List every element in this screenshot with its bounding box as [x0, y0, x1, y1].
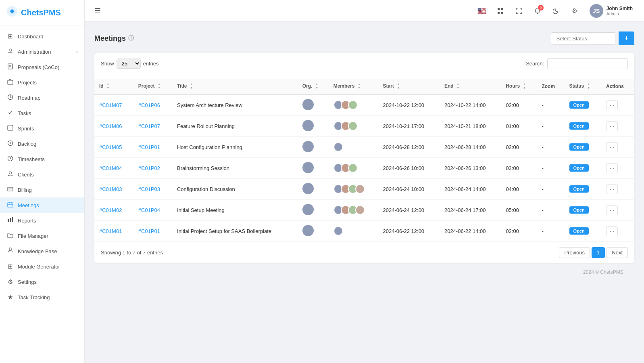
project-id-link[interactable]: #C01P01: [138, 228, 160, 234]
meeting-id-link[interactable]: #C01M06: [99, 123, 122, 129]
sidebar-item-roadmap[interactable]: Roadmap: [0, 90, 84, 105]
col-start[interactable]: Start ▲▼: [378, 79, 439, 94]
cell-zoom: -: [537, 178, 564, 199]
status-select-input[interactable]: [551, 32, 615, 45]
row-action-button[interactable]: ···: [606, 163, 618, 173]
sidebar-item-module-generator[interactable]: ⊞ Module Generator: [0, 259, 84, 274]
notification-bell-button[interactable]: 0: [531, 4, 544, 18]
notification-count-badge: 0: [538, 5, 544, 10]
col-id[interactable]: Id ▲▼: [94, 79, 133, 94]
svg-rect-23: [501, 8, 503, 10]
svg-point-1: [10, 10, 14, 13]
cell-id: #C01M02: [94, 199, 133, 220]
cell-actions: ···: [601, 178, 634, 199]
cell-actions: ···: [601, 220, 634, 241]
svg-point-11: [9, 172, 11, 174]
cell-project: #C01P07: [133, 115, 172, 136]
col-status[interactable]: Status ▲▼: [565, 79, 601, 94]
user-info: John Smith Admin: [606, 6, 633, 16]
sidebar-item-billing[interactable]: Billing: [0, 182, 84, 197]
fullscreen-icon[interactable]: [512, 4, 526, 18]
project-id-link[interactable]: #C01P01: [138, 144, 160, 150]
meeting-id-link[interactable]: #C01M05: [99, 144, 122, 150]
sidebar-item-label: Billing: [18, 187, 32, 193]
cell-zoom: -: [537, 220, 564, 241]
content-area: Meetings ⓘ + Show 25 10 50 100 entrie: [85, 22, 644, 363]
gear-settings-icon[interactable]: ⚙: [568, 4, 581, 18]
project-id-link[interactable]: #C01P04: [138, 207, 160, 213]
cell-members: [329, 136, 378, 157]
sidebar-item-reports[interactable]: Reports: [0, 213, 84, 228]
col-org[interactable]: Org. ▲▼: [298, 79, 329, 94]
previous-page-button[interactable]: Previous: [559, 247, 590, 258]
page-title: Meetings ⓘ: [94, 34, 134, 43]
project-id-link[interactable]: #C01P03: [138, 186, 160, 192]
user-avatar: JS: [590, 4, 603, 18]
cell-id: #C01M01: [94, 220, 133, 241]
project-id-link[interactable]: #C01P07: [138, 123, 160, 129]
add-meeting-button[interactable]: +: [619, 31, 634, 45]
sidebar-item-file-manager[interactable]: File Manager: [0, 228, 84, 243]
sidebar-item-task-tracking[interactable]: ★ Task Tracking: [0, 290, 84, 305]
sidebar-item-clients[interactable]: Clients: [0, 167, 84, 182]
row-action-button[interactable]: ···: [606, 121, 618, 131]
cell-org: [298, 178, 329, 199]
dark-mode-toggle[interactable]: [549, 4, 563, 18]
sidebar-item-proposals[interactable]: Proposals (CoCo): [0, 59, 84, 75]
sidebar-item-projects[interactable]: Projects: [0, 75, 84, 90]
col-project[interactable]: Project ▲▼: [133, 79, 172, 94]
meeting-id-link[interactable]: #C01M07: [99, 102, 122, 108]
next-page-button[interactable]: Next: [606, 247, 628, 258]
cell-end: 2024-06-28 14:00: [440, 136, 501, 157]
row-action-button[interactable]: ···: [606, 142, 618, 152]
project-id-link[interactable]: #C01P02: [138, 165, 160, 171]
meeting-id-link[interactable]: #C01M01: [99, 228, 122, 234]
svg-rect-14: [8, 203, 13, 207]
meetings-table-wrapper: Show 25 10 50 100 entries Search:: [94, 53, 634, 263]
sidebar-item-label: Meetings: [18, 202, 39, 208]
meeting-id-link[interactable]: #C01M04: [99, 165, 122, 171]
cell-id: #C01M06: [94, 115, 133, 136]
sidebar-item-knowledge-base[interactable]: Knowledge Base: [0, 243, 84, 259]
logo[interactable]: ChetsPMS: [0, 0, 84, 25]
user-profile-button[interactable]: JS John Smith Admin: [586, 2, 636, 19]
sidebar-item-sprints[interactable]: Sprints: [0, 121, 84, 136]
col-title[interactable]: Title ▲▼: [172, 79, 298, 94]
entries-per-page-select[interactable]: 25 10 50 100: [117, 59, 141, 69]
meeting-id-link[interactable]: #C01M02: [99, 207, 122, 213]
page-1-button[interactable]: 1: [592, 247, 605, 258]
cell-zoom: -: [537, 199, 564, 220]
hamburger-menu-button[interactable]: ☰: [93, 5, 102, 17]
cell-id: #C01M05: [94, 136, 133, 157]
sidebar-item-dashboard[interactable]: ⊞ Dashboard: [0, 29, 84, 44]
table-row: #C01M03 #C01P03 Configuration Discussion…: [94, 178, 634, 199]
info-icon[interactable]: ⓘ: [128, 35, 134, 42]
cell-end: 2024-06-22 14:00: [440, 220, 501, 241]
cell-status: Open: [565, 157, 601, 178]
col-members[interactable]: Members ▲▼: [329, 79, 378, 94]
user-name: John Smith: [606, 6, 633, 11]
row-action-button[interactable]: ···: [606, 205, 618, 215]
sidebar-item-settings[interactable]: ⚙ Settings: [0, 274, 84, 290]
cell-start: 2024-06-28 12:00: [378, 136, 439, 157]
sidebar-item-administration[interactable]: Administration ›: [0, 44, 84, 59]
sidebar-item-timesheets[interactable]: Timesheets: [0, 151, 84, 167]
main-area: ☰ 🇺🇸 0 ⚙ JS John Smith Admin Meetin: [85, 0, 644, 363]
row-action-button[interactable]: ···: [606, 100, 618, 110]
chevron-right-icon: ›: [76, 49, 78, 54]
col-end[interactable]: End ▲▼: [440, 79, 501, 94]
row-action-button[interactable]: ···: [606, 226, 618, 236]
row-action-button[interactable]: ···: [606, 184, 618, 194]
language-flag-icon[interactable]: 🇺🇸: [475, 4, 489, 18]
col-zoom: Zoom: [537, 79, 564, 94]
table-controls: Show 25 10 50 100 entries Search:: [94, 53, 634, 74]
sidebar-item-meetings[interactable]: Meetings: [0, 197, 84, 213]
sidebar-item-label: Reports: [18, 218, 36, 224]
project-id-link[interactable]: #C01P06: [138, 102, 160, 108]
meeting-id-link[interactable]: #C01M03: [99, 186, 122, 192]
sidebar-item-tasks[interactable]: Tasks: [0, 105, 84, 121]
search-input[interactable]: [547, 58, 628, 69]
grid-icon[interactable]: [494, 4, 507, 18]
col-hours[interactable]: Hours ▲▼: [501, 79, 537, 94]
sidebar-item-backlog[interactable]: Backlog: [0, 136, 84, 151]
